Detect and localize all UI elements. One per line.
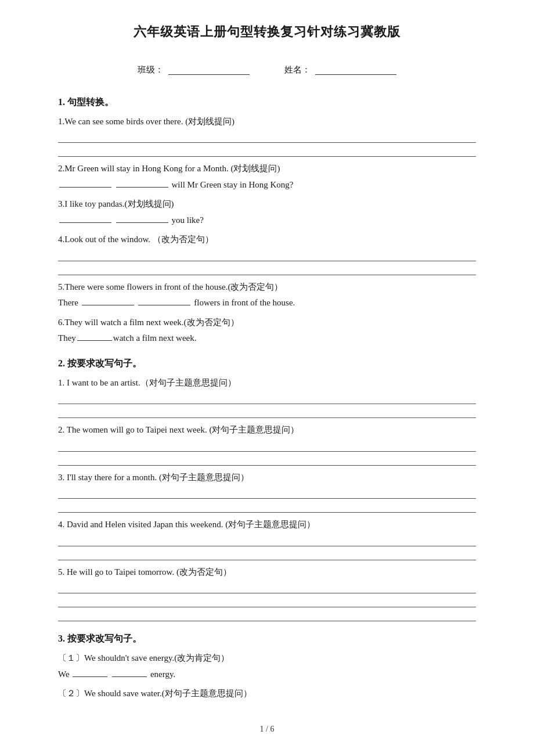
s2q2-text: 2. The women will go to Taipei next week…	[58, 423, 476, 438]
section3: 3. 按要求改写句子。 〔１〕We shouldn't save energy.…	[58, 633, 476, 701]
section3-title: 3. 按要求改写句子。	[58, 633, 476, 645]
section1-q1: 1.We can see some birds over there. (对划线…	[58, 114, 476, 157]
q3-answer-text: you like?	[58, 213, 476, 228]
s2q2-line2	[58, 453, 476, 466]
q5-blank1	[82, 296, 134, 305]
section2-title: 2. 按要求改写句子。	[58, 358, 476, 370]
q6-blank1	[77, 332, 112, 341]
s2q3-line1	[58, 486, 476, 499]
q5-blank2	[138, 296, 190, 305]
s3q1-text: 〔１〕We shouldn't save energy.(改为肯定句）	[58, 651, 476, 666]
name-input-line	[315, 64, 396, 75]
s2q5-line3	[58, 609, 476, 621]
class-field: 班级：	[138, 64, 250, 75]
section3-q1: 〔１〕We shouldn't save energy.(改为肯定句） We e…	[58, 651, 476, 682]
q4-line2	[58, 262, 476, 275]
s2q1-text: 1. I want to be an artist.（对句子主题意思提问）	[58, 376, 476, 391]
s2q5-text: 5. He will go to Taipei tomorrow. (改为否定句…	[58, 565, 476, 580]
section2-q2: 2. The women will go to Taipei next week…	[58, 423, 476, 466]
section1-q5: 5.There were some flowers in front of th…	[58, 280, 476, 311]
q1-answer-lines	[58, 130, 476, 157]
page-title: 六年级英语上册句型转换复习针对练习冀教版	[58, 23, 476, 41]
s2q3-line2	[58, 500, 476, 513]
q4-answer-lines	[58, 249, 476, 275]
s3q1-blank1	[73, 668, 107, 677]
class-label: 班级：	[138, 64, 164, 75]
q5-answer-text: There flowers in front of the house.	[58, 296, 476, 311]
section1-q2: 2.Mr Green will stay in Hong Kong for a …	[58, 161, 476, 192]
page-number: 1 / 6	[260, 725, 275, 733]
name-label: 姓名：	[284, 64, 311, 75]
s2q4-line1	[58, 534, 476, 546]
q1-line2	[58, 144, 476, 157]
q6-answer-text: Theywatch a film next week.	[58, 331, 476, 346]
s2q2-answer-lines	[58, 439, 476, 466]
name-field: 姓名：	[284, 64, 396, 75]
s3q1-blank2	[112, 668, 147, 677]
s2q1-answer-lines	[58, 391, 476, 418]
s2q3-answer-lines	[58, 486, 476, 513]
q4-line1	[58, 249, 476, 261]
s2q2-line1	[58, 439, 476, 452]
s2q4-answer-lines	[58, 534, 476, 560]
s3q1-answer-text: We energy.	[58, 667, 476, 682]
s2q5-answer-lines	[58, 581, 476, 621]
s2q4-text: 4. David and Helen visited Japan this we…	[58, 517, 476, 532]
q6-text: 6.They will watch a film next week.(改为否定…	[58, 315, 476, 330]
s2q1-line1	[58, 391, 476, 404]
s2q5-line1	[58, 581, 476, 593]
section1-title: 1. 句型转换。	[58, 96, 476, 109]
section2: 2. 按要求改写句子。 1. I want to be an artist.（对…	[58, 358, 476, 622]
q5-text: 5.There were some flowers in front of th…	[58, 280, 476, 295]
s2q1-line2	[58, 405, 476, 418]
q2-blank2	[116, 178, 168, 188]
q1-line1	[58, 130, 476, 143]
section2-q5: 5. He will go to Taipei tomorrow. (改为否定句…	[58, 565, 476, 622]
q3-blank2	[116, 214, 168, 223]
s2q4-line2	[58, 548, 476, 560]
s2q5-line2	[58, 595, 476, 607]
section1: 1. 句型转换。 1.We can see some birds over th…	[58, 96, 476, 346]
q2-answer-text: will Mr Green stay in Hong Kong?	[58, 178, 476, 193]
class-input-line	[168, 64, 250, 75]
q2-blank1	[59, 178, 111, 188]
s2q3-text: 3. I'll stay there for a month. (对句子主题意思…	[58, 470, 476, 485]
section2-q3: 3. I'll stay there for a month. (对句子主题意思…	[58, 470, 476, 513]
section1-q3: 3.I like toy pandas.(对划线提问) you like?	[58, 197, 476, 228]
form-row: 班级： 姓名：	[58, 64, 476, 75]
section2-q1: 1. I want to be an artist.（对句子主题意思提问）	[58, 376, 476, 419]
section1-q6: 6.They will watch a film next week.(改为否定…	[58, 315, 476, 346]
q4-text: 4.Look out of the window. （改为否定句）	[58, 232, 476, 247]
q1-text: 1.We can see some birds over there. (对划线…	[58, 114, 476, 129]
s3q2-text: 〔２〕We should save water.(对句子主题意思提问）	[58, 686, 476, 701]
section3-q2: 〔２〕We should save water.(对句子主题意思提问）	[58, 686, 476, 701]
section1-q4: 4.Look out of the window. （改为否定句）	[58, 232, 476, 275]
section2-q4: 4. David and Helen visited Japan this we…	[58, 517, 476, 560]
q2-text: 2.Mr Green will stay in Hong Kong for a …	[58, 161, 476, 177]
q3-blank1	[59, 214, 111, 223]
q3-text: 3.I like toy pandas.(对划线提问)	[58, 197, 476, 212]
page-footer: 1 / 6	[58, 725, 476, 734]
